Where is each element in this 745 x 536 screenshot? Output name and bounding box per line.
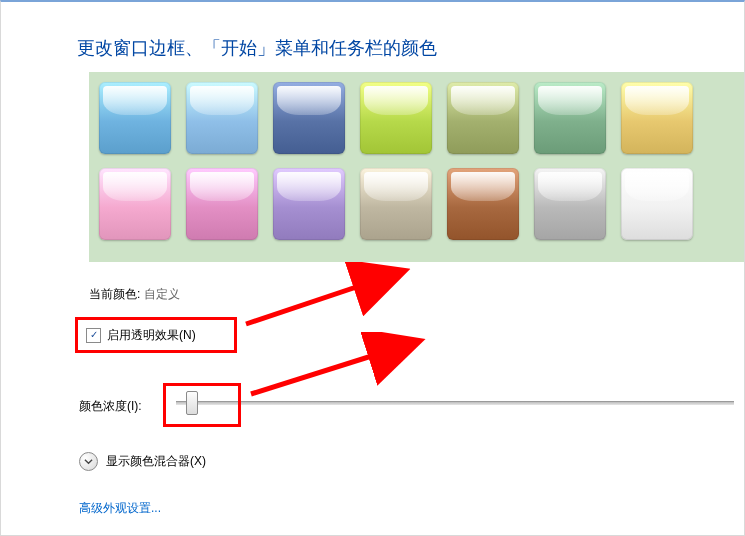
color-swatch[interactable] [273,82,345,154]
svg-line-1 [251,342,416,394]
color-swatch[interactable] [534,82,606,154]
color-swatch[interactable] [186,168,258,240]
intensity-track[interactable] [176,401,734,405]
color-swatch[interactable] [99,168,171,240]
current-color-label: 当前颜色: [89,287,140,301]
svg-line-0 [246,272,401,324]
color-swatch[interactable] [534,168,606,240]
color-palette [89,72,744,262]
transparency-checkbox[interactable]: ✓ [86,328,101,343]
page-title: 更改窗口边框、「开始」菜单和任务栏的颜色 [77,36,437,60]
color-swatch[interactable] [360,82,432,154]
advanced-appearance-link[interactable]: 高级外观设置... [79,500,161,517]
color-swatch[interactable] [273,168,345,240]
color-swatch[interactable] [99,82,171,154]
chevron-down-icon [79,452,98,471]
color-mixer-label: 显示颜色混合器(X) [106,453,206,470]
color-swatch[interactable] [360,168,432,240]
transparency-label: 启用透明效果(N) [107,327,196,344]
intensity-label: 颜色浓度(I): [79,398,142,415]
annotation-arrow [221,262,421,342]
current-color-value: 自定义 [144,287,180,301]
transparency-group: ✓ 启用透明效果(N) [75,317,237,353]
color-swatch[interactable] [621,168,693,240]
color-swatch[interactable] [621,82,693,154]
current-color-line: 当前颜色:自定义 [89,286,180,303]
color-settings-panel: 更改窗口边框、「开始」菜单和任务栏的颜色 当前颜色:自定义 ✓ 启用透明效果(N… [0,0,745,536]
color-mixer-toggle[interactable]: 显示颜色混合器(X) [79,452,206,471]
color-swatch[interactable] [186,82,258,154]
annotation-highlight-box [163,383,241,427]
color-swatch[interactable] [447,168,519,240]
annotation-arrow [226,332,436,412]
color-swatch[interactable] [447,82,519,154]
